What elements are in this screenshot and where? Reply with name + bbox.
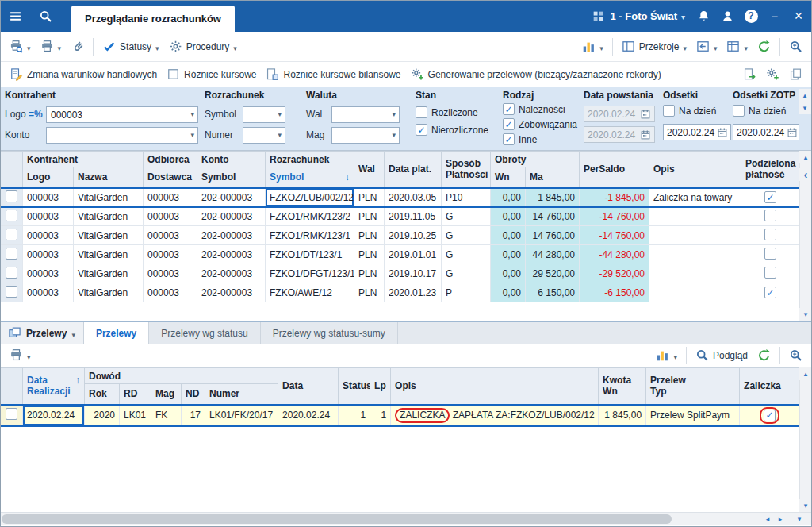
horizontal-scrollbar[interactable] (0, 512, 812, 525)
copy-button[interactable] (784, 64, 807, 84)
cell-wn[interactable]: 0,00 (491, 188, 526, 207)
roznice-kursowe-button[interactable]: Różnice kursowe (162, 64, 261, 84)
chart-view-button[interactable] (577, 37, 608, 56)
zobowiazania-checkbox[interactable] (503, 118, 515, 130)
header-opis[interactable]: Opis (649, 152, 741, 188)
cell-data-plat[interactable]: 2019.10.17 (385, 264, 442, 283)
cell-status[interactable]: 1 (339, 405, 370, 426)
cell-persaldo[interactable]: -14 760,00 (580, 226, 649, 245)
cell-nazwa[interactable]: VitalGarden (74, 245, 144, 264)
cell-symbol[interactable]: FZKO1/DFGT/123/1 (266, 264, 354, 283)
zmiana-warunkow-button[interactable]: Zmiana warunków handlowych (5, 64, 162, 84)
cell-ma[interactable]: 29 520,00 (526, 264, 580, 283)
table-row[interactable]: 000003 VitalGarden 000003 202-000003 FZK… (1, 245, 800, 264)
transfers-chart-button[interactable] (651, 345, 682, 365)
header-status[interactable]: Status (339, 368, 370, 405)
cell-row-select[interactable] (1, 245, 23, 264)
transfers-scroll-down-button[interactable] (799, 499, 812, 512)
cell-symbol[interactable]: FZKO1/RMK/123/2 (266, 207, 354, 226)
cell-data-plat[interactable]: 2019.10.25 (385, 226, 442, 245)
close-button[interactable] (787, 0, 810, 32)
cell-wn[interactable]: 0,00 (491, 207, 526, 226)
cell-logo[interactable]: 000003 (23, 283, 74, 302)
cell-nazwa[interactable]: VitalGarden (74, 283, 144, 302)
odsetki-zotp-date[interactable]: 2020.02.24 (733, 124, 799, 140)
row-checkbox[interactable] (6, 229, 17, 240)
header-data-plat[interactable]: Data plat. (385, 152, 442, 188)
cell-symbol[interactable]: FZKO1/DT/123/1 (266, 245, 354, 264)
odsetki-zotp-na-dzien[interactable]: Na dzień (733, 105, 786, 117)
cell-data-realizacji[interactable]: 2020.02.24 (23, 405, 85, 426)
header-group-odbiorca[interactable]: Odbiorca (144, 152, 197, 167)
cell-rok[interactable]: 2020 (85, 405, 120, 426)
cell-wal[interactable]: PLN (354, 283, 385, 302)
cell-wal[interactable]: PLN (354, 264, 385, 283)
header-wal[interactable]: Wal (354, 152, 385, 188)
cell-konto-symbol[interactable]: 202-000003 (197, 264, 266, 283)
header-rok[interactable]: Rok (85, 384, 120, 405)
statusy-button[interactable]: Statusy (98, 37, 164, 56)
logo-operator[interactable]: =% (29, 109, 43, 120)
cell-ma[interactable]: 14 760,00 (526, 226, 580, 245)
odsetki-na-dzien[interactable]: Na dzień (663, 105, 716, 117)
cell-nazwa[interactable]: VitalGarden (74, 264, 144, 283)
row-checkbox[interactable] (6, 286, 17, 298)
cell-row-select[interactable] (1, 226, 23, 245)
transfers-print-button[interactable] (5, 345, 36, 365)
app-tab[interactable]: Przeglądanie rozrachunków (71, 6, 235, 32)
tab-przelewy-wg-statusu[interactable]: Przelewy wg statusu (149, 322, 260, 344)
cell-persaldo[interactable]: -44 280,00 (580, 245, 649, 264)
header-konto-symbol[interactable]: Symbol (197, 167, 266, 188)
cell-wn[interactable]: 0,00 (491, 226, 526, 245)
roznice-bilansowe-button[interactable]: Różnice kursowe bilansowe (261, 64, 405, 84)
filter-nierozliczone[interactable]: Nierozliczone (416, 124, 488, 136)
header-podzielona-platnosc[interactable]: Podzielonapłatność (741, 152, 800, 188)
cell-konto-symbol[interactable]: 202-000003 (197, 245, 266, 264)
naleznosci-checkbox[interactable] (503, 103, 515, 115)
main-grid-scroll-down-button[interactable] (799, 308, 812, 321)
header-persaldo[interactable]: PerSaldo (580, 152, 649, 188)
header-dostawca[interactable]: Dostawca (144, 167, 197, 188)
hscroll-more-button[interactable] (793, 513, 806, 525)
header-group-obroty[interactable]: Obroty (491, 152, 580, 167)
cell-wal[interactable]: PLN (354, 207, 385, 226)
filter-naleznosci[interactable]: Należności (503, 103, 565, 115)
cell-sposob[interactable]: P10 (442, 188, 491, 207)
header-ma[interactable]: Ma (526, 167, 580, 188)
filter-scroll-down-button[interactable] (799, 102, 811, 114)
transfers-scroll-up-button[interactable] (799, 367, 812, 380)
header-przelew-typ[interactable]: PrzelewTyp (646, 368, 740, 405)
nierozliczone-checkbox[interactable] (416, 124, 427, 136)
cell-podzielona[interactable] (741, 207, 800, 226)
cell-row-select[interactable] (1, 405, 23, 426)
notifications-button[interactable] (691, 0, 715, 32)
cell-wn[interactable]: 0,00 (491, 245, 526, 264)
row-checkbox[interactable] (6, 190, 17, 202)
header-nazwa[interactable]: Nazwa (74, 167, 144, 188)
print-button[interactable] (36, 37, 67, 56)
cell-nazwa[interactable]: VitalGarden (74, 188, 144, 207)
cell-logo[interactable]: 000003 (23, 245, 74, 264)
cell-ma[interactable]: 1 845,00 (526, 188, 580, 207)
view-selector[interactable]: Przelewy (0, 322, 84, 344)
cell-zaliczka[interactable] (740, 405, 800, 426)
inne-checkbox[interactable] (503, 133, 515, 145)
header-opis[interactable]: Opis (391, 368, 599, 405)
cell-persaldo[interactable]: -29 520,00 (580, 264, 649, 283)
search-filter-button[interactable] (784, 37, 807, 56)
filter-rozliczone[interactable]: Rozliczone (416, 106, 478, 118)
apps-grid-icon[interactable] (592, 10, 605, 23)
header-logo[interactable]: Logo (23, 167, 74, 188)
hscroll-thumb[interactable] (2, 514, 672, 524)
add-settings-button[interactable] (761, 64, 784, 84)
tab-przelewy-wg-statusu-sumy[interactable]: Przelewy wg statusu-sumy (261, 322, 398, 344)
header-sposob-platnosci[interactable]: SposóbPłatności (442, 152, 491, 188)
data-powstania-do[interactable]: 2020.02.24 (584, 126, 655, 143)
row-checkbox[interactable] (6, 267, 17, 279)
table-row[interactable]: 000003 VitalGarden 000003 202-000003 FZK… (1, 188, 800, 207)
filter-zobowiazania[interactable]: Zobowiązania (503, 118, 577, 130)
export-button[interactable] (738, 64, 761, 84)
cell-konto-symbol[interactable]: 202-000003 (197, 226, 266, 245)
header-group-dowod[interactable]: Dowód (85, 368, 278, 384)
header-zaliczka[interactable]: Zaliczka (740, 368, 800, 405)
